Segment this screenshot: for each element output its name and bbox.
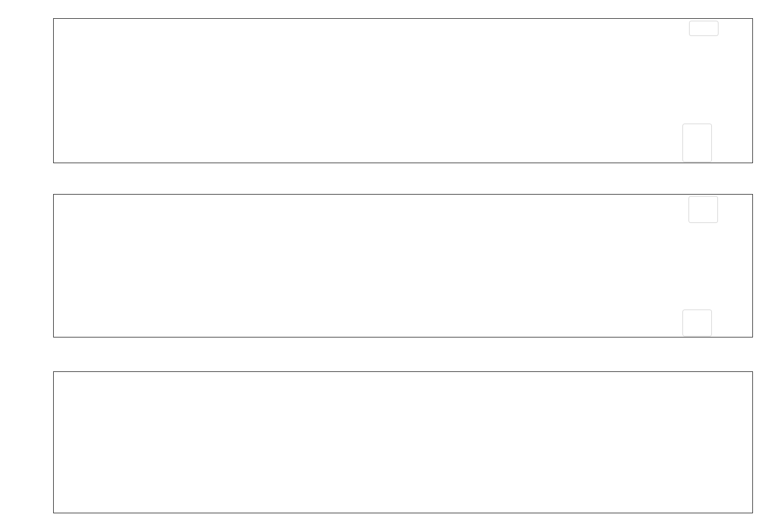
highlighted2-dot-swatch xyxy=(688,316,701,319)
plot2-legend-lines xyxy=(689,196,718,223)
legend-entry-mag xyxy=(694,211,712,220)
plot2-legend-points xyxy=(682,310,712,336)
figure xyxy=(0,0,760,532)
plot2-canvas xyxy=(54,195,752,337)
plot3-canvas xyxy=(54,372,752,513)
highlighted-dot-swatch xyxy=(688,142,701,144)
plot3-axes xyxy=(53,371,753,513)
plot2-axes xyxy=(53,194,753,337)
legend-entry-highlighted2 xyxy=(688,313,706,322)
plot1-axes xyxy=(53,18,753,163)
plot1-legend-mag-agasc xyxy=(689,21,718,36)
mag-agasc-line-swatch xyxy=(695,28,707,29)
mag-obsid-line-swatch xyxy=(694,203,707,205)
legend-entry-highlighted xyxy=(688,138,706,147)
legend-entry-mag-agasc xyxy=(695,24,713,33)
mag-line-swatch xyxy=(694,215,707,216)
legend-entry-ok xyxy=(688,150,706,159)
ok2-dot-swatch xyxy=(688,328,701,330)
plot1-legend-points xyxy=(682,124,712,162)
not-ok-dot-swatch xyxy=(688,130,701,133)
legend-entry-mag-obsid xyxy=(694,199,712,208)
ok-dot-swatch xyxy=(688,154,701,156)
plot1-canvas xyxy=(54,19,752,163)
legend-entry-not-ok xyxy=(688,127,706,136)
legend-entry-ok2 xyxy=(688,324,706,333)
